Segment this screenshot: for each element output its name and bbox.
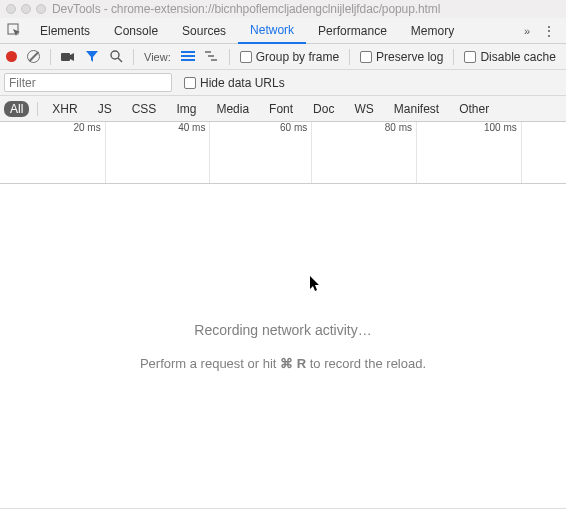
preserve-log-checkbox[interactable]: Preserve log [360,50,443,64]
cursor-icon [310,276,322,292]
separator [453,49,454,65]
window-titlebar: DevTools - chrome-extension://bicnhpofle… [0,0,566,18]
waterfall-icon[interactable] [205,51,219,62]
svg-rect-5 [181,55,195,57]
separator [229,49,230,65]
type-xhr[interactable]: XHR [46,101,83,117]
type-font[interactable]: Font [263,101,299,117]
svg-rect-7 [205,51,211,53]
timeline-tick: 40 ms [178,122,209,133]
window-title: DevTools - chrome-extension://bicnhpofle… [52,2,440,16]
tab-performance[interactable]: Performance [306,18,399,44]
svg-rect-1 [61,53,70,61]
zoom-dot[interactable] [36,4,46,14]
svg-point-2 [111,51,119,59]
svg-rect-8 [208,55,214,57]
group-by-frame-label: Group by frame [256,50,339,64]
timeline-tick: 60 ms [280,122,311,133]
hint-shortcut: ⌘ R [280,356,306,371]
devtools-tabbar: Elements Console Sources Network Perform… [0,18,566,44]
checkbox-icon [464,51,476,63]
search-icon[interactable] [109,50,123,63]
separator [349,49,350,65]
tab-sources[interactable]: Sources [170,18,238,44]
type-other[interactable]: Other [453,101,495,117]
type-media[interactable]: Media [210,101,255,117]
filter-icon[interactable] [85,51,99,62]
chevron-right-icon[interactable]: » [524,25,530,37]
group-by-frame-checkbox[interactable]: Group by frame [240,50,339,64]
hint-message: Perform a request or hit ⌘ R to record t… [140,356,426,371]
preserve-log-label: Preserve log [376,50,443,64]
checkbox-icon [184,77,196,89]
hide-data-urls-label: Hide data URLs [200,76,285,90]
minimize-dot[interactable] [21,4,31,14]
tab-elements[interactable]: Elements [28,18,102,44]
tab-console[interactable]: Console [102,18,170,44]
traffic-lights [6,4,46,14]
timeline-tick: 100 ms [484,122,521,133]
tab-memory[interactable]: Memory [399,18,466,44]
network-toolbar: View: Group by frame Preserve log Disabl… [0,44,566,70]
tabbar-overflow: » ⋮ [514,25,566,37]
close-dot[interactable] [6,4,16,14]
camera-icon[interactable] [61,52,75,62]
separator [50,49,51,65]
svg-rect-9 [211,59,217,61]
svg-rect-4 [181,51,195,53]
hide-data-urls-checkbox[interactable]: Hide data URLs [184,76,285,90]
type-ws[interactable]: WS [348,101,379,117]
timeline-tick: 20 ms [73,122,104,133]
bottom-separator [0,508,566,509]
hint-post: to record the reload. [306,356,426,371]
type-all[interactable]: All [4,101,29,117]
large-rows-icon[interactable] [181,51,195,62]
network-log-empty: Recording network activity… Perform a re… [0,184,566,508]
view-label: View: [144,51,171,63]
record-button[interactable] [6,51,17,62]
timeline-tick: 80 ms [385,122,416,133]
panel-tabs: Elements Console Sources Network Perform… [28,18,514,44]
filter-bar: Hide data URLs [0,70,566,96]
type-css[interactable]: CSS [126,101,163,117]
checkbox-icon [240,51,252,63]
separator [133,49,134,65]
hint-pre: Perform a request or hit [140,356,280,371]
type-doc[interactable]: Doc [307,101,340,117]
filter-input[interactable] [4,73,172,92]
checkbox-icon [360,51,372,63]
type-img[interactable]: Img [170,101,202,117]
disable-cache-checkbox[interactable]: Disable cache [464,50,555,64]
timeline-overview[interactable]: 20 ms 40 ms 60 ms 80 ms 100 ms [0,122,566,184]
disable-cache-label: Disable cache [480,50,555,64]
resource-type-bar: All XHR JS CSS Img Media Font Doc WS Man… [0,96,566,122]
svg-rect-6 [181,59,195,61]
inspect-icon[interactable] [0,23,28,38]
separator [37,102,38,116]
tab-network[interactable]: Network [238,18,306,44]
recording-message: Recording network activity… [194,322,371,338]
svg-line-3 [118,58,122,62]
type-js[interactable]: JS [92,101,118,117]
type-manifest[interactable]: Manifest [388,101,445,117]
clear-button[interactable] [27,50,40,63]
